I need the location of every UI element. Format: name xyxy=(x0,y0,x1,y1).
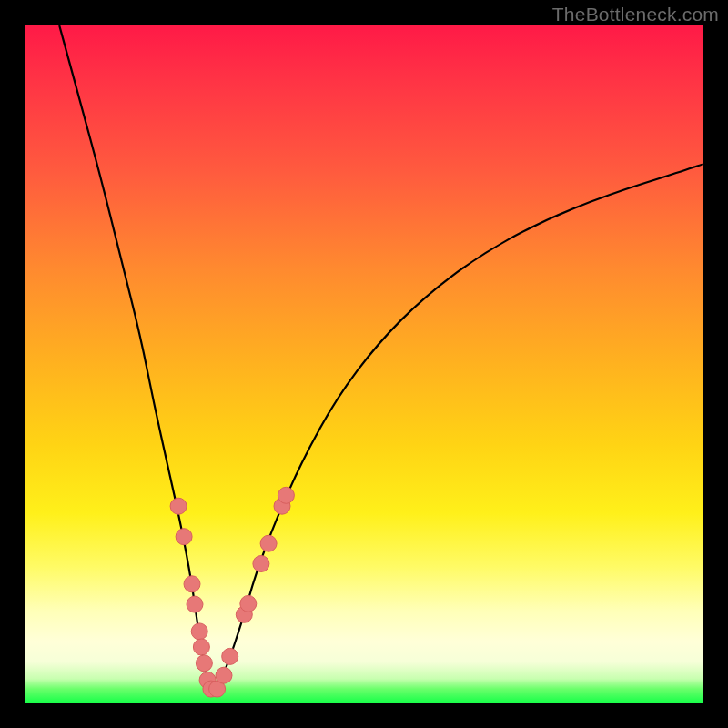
watermark-text: TheBottleneck.com xyxy=(552,4,719,25)
plot-area xyxy=(25,25,703,703)
curve-marker xyxy=(184,576,200,592)
curve-marker xyxy=(216,667,232,683)
curve-marker xyxy=(222,648,238,664)
bottleneck-curve xyxy=(59,25,703,691)
curve-marker xyxy=(170,498,187,514)
curve-marker xyxy=(240,595,257,612)
chart-frame: TheBottleneck.com xyxy=(0,0,728,728)
curve-marker xyxy=(253,556,269,572)
curve-marker xyxy=(191,623,207,640)
curve-marker xyxy=(196,655,212,672)
curve-marker xyxy=(187,596,203,612)
curve-marker xyxy=(176,529,192,545)
curve-marker xyxy=(193,639,209,655)
curve-marker xyxy=(278,487,294,503)
curve-svg xyxy=(25,25,703,703)
curve-marker xyxy=(260,535,277,551)
marker-group xyxy=(170,487,294,697)
